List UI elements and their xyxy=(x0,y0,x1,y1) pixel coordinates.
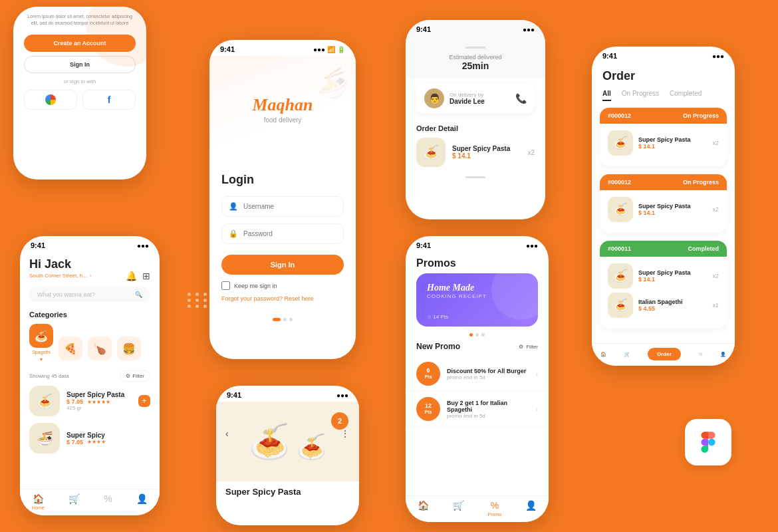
order-card-header-1: #000012 On Progress xyxy=(600,108,727,124)
promo-icon-nav: % xyxy=(491,500,499,511)
promo-nav-promo[interactable]: % Promo xyxy=(488,500,502,517)
back-button[interactable]: ‹ xyxy=(225,428,229,439)
order-nav-order-button[interactable]: Order xyxy=(648,348,681,360)
pasta-bowl-image: 🍝 xyxy=(249,422,290,461)
category-pizza[interactable]: 🍕 xyxy=(59,336,82,362)
search-bar[interactable]: What you wanna eat? 🔍 xyxy=(29,287,150,303)
ol-nav-cart[interactable]: 🛒 xyxy=(624,352,630,357)
dot-3 xyxy=(289,318,293,321)
filter-button[interactable]: ⚙ Filter xyxy=(120,370,150,382)
order-id-1: #000012 xyxy=(608,112,631,119)
pasta-hero: ‹ ⋮ 🍝 🍝 2 xyxy=(216,402,359,481)
nav-cart[interactable]: 🛒 xyxy=(68,493,80,510)
promo-nav-profile[interactable]: 👤 xyxy=(525,500,537,517)
google-login-button[interactable] xyxy=(24,90,77,110)
food-decoration: 🍜 xyxy=(311,65,353,105)
category-spaghetti[interactable]: 🍝 Spagethi ▾ xyxy=(29,324,53,362)
profile-icon-promo: 👤 xyxy=(525,500,537,511)
order-card-item-2: 🍝 Super Spicy Pasta $ 14.1 x2 xyxy=(608,197,719,222)
order-card-food-img-3b: 🍝 xyxy=(608,293,633,318)
dot-2 xyxy=(283,318,287,321)
login-title: Login xyxy=(221,173,344,187)
order-card-3: #000011 Completed 🍝 Super Spicy Pasta $ … xyxy=(600,241,727,329)
promo-end-2: promo end in 5d xyxy=(447,413,529,419)
greeting: Hi Jack xyxy=(29,257,150,271)
phone-call-icon[interactable]: 📞 xyxy=(515,93,527,104)
promo-dot-1 xyxy=(469,333,473,336)
status-icons-od: ●●● xyxy=(523,26,535,33)
bell-icon[interactable]: 🔔 xyxy=(126,271,137,281)
ol-nav-home[interactable]: 🏠 xyxy=(600,352,606,357)
pts-value-1: 6 xyxy=(426,367,430,374)
app-tagline: food delivery xyxy=(264,116,302,124)
order-card-price-3b: $ 4.55 xyxy=(638,305,683,312)
est-time-value: 25min xyxy=(416,61,535,71)
food-item-2[interactable]: 🍜 Super Spicy $ 7.05 ★★★★ xyxy=(29,423,150,454)
order-card-item-1: 🍝 Super Spicy Pasta $ 14.1 x2 xyxy=(608,130,719,156)
pts-label-2: Pts xyxy=(425,410,432,415)
order-card-header-2: #000012 On Progress xyxy=(600,174,727,190)
on-delivery-label: On delivery by xyxy=(450,92,510,98)
order-detail-section-title: Order Detail xyxy=(416,124,535,132)
banner-circle-decoration xyxy=(491,273,538,320)
ol-nav-profile[interactable]: 👤 xyxy=(720,352,726,357)
order-card-info-3a: Super Spicy Pasta $ 14.1 xyxy=(638,269,691,283)
username-input[interactable] xyxy=(243,203,336,210)
tab-on-progress[interactable]: On Progress xyxy=(622,90,659,101)
category-chicken[interactable]: 🍗 xyxy=(88,336,112,362)
promo-nav-cart[interactable]: 🛒 xyxy=(453,500,464,517)
page-indicator xyxy=(209,313,356,324)
tab-completed[interactable]: Completed xyxy=(670,90,702,101)
food-stars-2: ★★★★ xyxy=(87,439,106,445)
promo-item-1[interactable]: 6 Pts Discount 50% for All Burger promo … xyxy=(406,356,549,392)
promo-dot-2 xyxy=(475,333,479,336)
promo-filter-button[interactable]: ⚙ Filter xyxy=(519,344,538,350)
cart-icon-ol: 🛒 xyxy=(624,352,630,357)
nav-home[interactable]: 🏠 Home xyxy=(32,493,45,510)
promo-banner[interactable]: Home Made COOKING RECEIPT ☆ 14 Pts xyxy=(416,273,538,327)
food-weight-1: 425 gr xyxy=(66,405,132,411)
login-form: Login 👤 🔒 Sign In Keep me sign in Forgot… xyxy=(209,162,356,313)
time-home: 9:41 xyxy=(31,241,45,249)
promos-header: Promos xyxy=(406,252,549,273)
search-icon[interactable]: 🔍 xyxy=(135,291,142,298)
keep-signin-checkbox[interactable] xyxy=(221,281,230,290)
cart-icon: 🛒 xyxy=(68,493,80,504)
dots-decoration-1 xyxy=(188,293,217,308)
keep-signin-row: Keep me sign in xyxy=(221,281,344,290)
ol-nav-promo[interactable]: % xyxy=(698,352,702,356)
home-icon: 🏠 xyxy=(33,493,44,504)
login-sign-in-button[interactable]: Sign In xyxy=(221,255,344,275)
password-input[interactable] xyxy=(243,230,336,237)
more-button[interactable]: ⋮ xyxy=(340,428,350,439)
food-price-2: $ 7.05 xyxy=(66,439,83,446)
grid-icon[interactable]: ⊞ xyxy=(142,271,150,281)
delivery-info: On delivery by Davide Lee xyxy=(450,92,510,105)
forgot-password-row: Forgot your password? Reset here xyxy=(221,295,344,302)
order-status-1: On Progress xyxy=(683,112,719,119)
reset-here-link[interactable]: Reset here xyxy=(285,295,314,302)
add-to-cart-button-1[interactable]: + xyxy=(138,395,150,407)
username-input-row[interactable]: 👤 xyxy=(221,196,344,217)
category-burger[interactable]: 🍔 xyxy=(117,336,141,362)
status-bar-ol: 9:41 ●●● xyxy=(592,47,735,63)
nav-profile[interactable]: 👤 xyxy=(136,493,148,510)
food-item-1[interactable]: 🍝 Super Spicy Pasta $ 7.05 ★★★★★ 425 gr … xyxy=(29,386,150,416)
order-food-info: Super Spicy Pasta $ 14.1 xyxy=(452,145,510,160)
chicken-icon-box: 🍗 xyxy=(88,336,112,360)
promo-nav-home[interactable]: 🏠 xyxy=(418,500,429,517)
pasta-detail-bottom: Super Spicy Pasta xyxy=(216,481,359,502)
phone-order-detail: 9:41 ●●● Estimated delivered 25min 👨 On … xyxy=(406,20,545,219)
home-icon-promo: 🏠 xyxy=(418,500,429,511)
nav-promo[interactable]: % xyxy=(104,493,112,510)
order-card-info-1: Super Spicy Pasta $ 14.1 xyxy=(638,136,691,150)
order-card-qty-3a: x2 xyxy=(712,273,719,279)
food-list: 🍝 Super Spicy Pasta $ 7.05 ★★★★★ 425 gr … xyxy=(20,386,160,454)
tab-all[interactable]: All xyxy=(602,90,611,101)
lock-icon: 🔒 xyxy=(229,229,238,238)
order-card-header-3: #000011 Completed xyxy=(600,241,727,257)
facebook-login-button[interactable]: f xyxy=(82,90,136,110)
password-input-row[interactable]: 🔒 xyxy=(221,223,344,244)
promo-item-2[interactable]: 12 Pts Buy 2 get 1 for Italian Spagethi … xyxy=(406,392,549,427)
order-card-info-3b: Italian Spagethi $ 4.55 xyxy=(638,299,683,312)
